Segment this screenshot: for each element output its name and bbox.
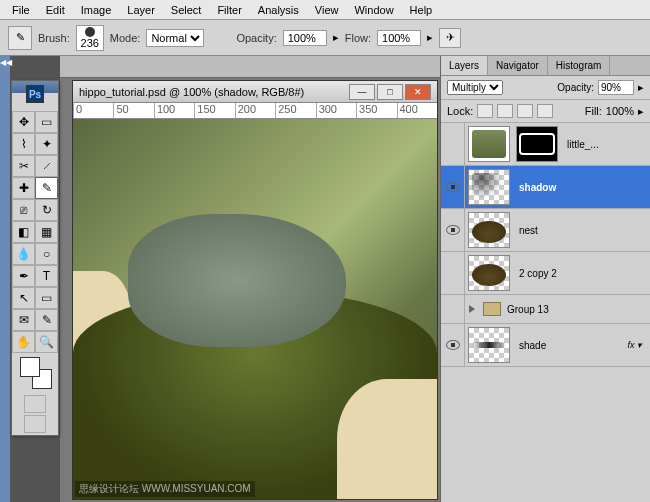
folder-icon — [483, 302, 501, 316]
layer-thumb[interactable] — [468, 327, 510, 363]
brush-label: Brush: — [38, 32, 70, 44]
lasso-tool[interactable]: ⌇ — [12, 133, 35, 155]
document-title: hippo_tutorial.psd @ 100% (shadow, RGB/8… — [79, 86, 304, 98]
fill-chevron-icon[interactable]: ▸ — [638, 105, 644, 118]
fill-input[interactable]: 100% — [606, 105, 634, 117]
document-tabstrip — [60, 56, 440, 78]
brush-tool[interactable]: ✎ — [35, 177, 58, 199]
fx-badge[interactable]: fx ▾ — [627, 340, 650, 350]
layer-row[interactable]: 2 copy 2 — [441, 252, 650, 295]
layer-thumb[interactable] — [468, 255, 510, 291]
tab-layers[interactable]: Layers — [441, 56, 488, 75]
tab-histogram[interactable]: Histogram — [548, 56, 611, 75]
tool-preset-icon[interactable]: ✎ — [8, 26, 32, 50]
zoom-tool[interactable]: 🔍 — [35, 331, 58, 353]
layer-group-row[interactable]: Group 13 — [441, 295, 650, 324]
eyedropper-tool[interactable]: ✎ — [35, 309, 58, 331]
maximize-button[interactable]: □ — [377, 84, 403, 100]
screenmode-toggle[interactable] — [24, 415, 46, 433]
layer-thumb[interactable] — [468, 212, 510, 248]
layer-thumb[interactable] — [468, 126, 510, 162]
move-tool[interactable]: ✥ — [12, 111, 35, 133]
menu-help[interactable]: Help — [402, 2, 441, 18]
blend-mode-select[interactable]: Multiply — [447, 80, 503, 95]
blur-tool[interactable]: 💧 — [12, 243, 35, 265]
menu-window[interactable]: Window — [346, 2, 401, 18]
lock-pixels-icon[interactable] — [497, 104, 513, 118]
airbrush-icon[interactable]: ✈ — [439, 28, 461, 48]
menu-select[interactable]: Select — [163, 2, 210, 18]
menu-edit[interactable]: Edit — [38, 2, 73, 18]
layer-name[interactable]: nest — [513, 225, 650, 236]
type-tool[interactable]: T — [35, 265, 58, 287]
eye-icon — [446, 182, 460, 192]
history-brush-tool[interactable]: ↻ — [35, 199, 58, 221]
eraser-tool[interactable]: ◧ — [12, 221, 35, 243]
menu-view[interactable]: View — [307, 2, 347, 18]
layer-name[interactable]: shade — [513, 340, 627, 351]
heal-tool[interactable]: ✚ — [12, 177, 35, 199]
visibility-toggle[interactable] — [441, 252, 465, 294]
foreground-color[interactable] — [20, 357, 40, 377]
mode-label: Mode: — [110, 32, 141, 44]
layer-row[interactable]: shade fx ▾ — [441, 324, 650, 367]
layer-mask[interactable] — [516, 126, 558, 162]
crop-tool[interactable]: ✂ — [12, 155, 35, 177]
canvas[interactable]: 思缘设计论坛 WWW.MISSYUAN.COM — [73, 119, 437, 499]
panel-opacity-input[interactable]: 90% — [598, 80, 634, 95]
lock-label: Lock: — [447, 105, 473, 117]
menu-analysis[interactable]: Analysis — [250, 2, 307, 18]
close-button[interactable]: ✕ — [405, 84, 431, 100]
flow-input[interactable]: 100% — [377, 30, 421, 46]
stamp-tool[interactable]: ⎚ — [12, 199, 35, 221]
opacity-input[interactable]: 100% — [283, 30, 327, 46]
group-expand-icon[interactable] — [469, 305, 475, 313]
notes-tool[interactable]: ✉ — [12, 309, 35, 331]
opacity-arrow-icon[interactable]: ▸ — [333, 31, 339, 44]
layer-row[interactable]: little_... — [441, 123, 650, 166]
visibility-toggle[interactable] — [441, 324, 465, 366]
opacity-chevron-icon[interactable]: ▸ — [638, 81, 644, 94]
layer-row[interactable]: nest — [441, 209, 650, 252]
quickmask-toggle[interactable] — [24, 395, 46, 413]
menu-layer[interactable]: Layer — [119, 2, 163, 18]
hand-tool[interactable]: ✋ — [12, 331, 35, 353]
layer-row[interactable]: shadow — [441, 166, 650, 209]
flow-label: Flow: — [345, 32, 371, 44]
tab-navigator[interactable]: Navigator — [488, 56, 548, 75]
lock-transparency-icon[interactable] — [477, 104, 493, 118]
left-dock-strip[interactable]: ◀◀ — [0, 56, 10, 502]
color-swatches[interactable] — [20, 357, 52, 389]
lock-position-icon[interactable] — [517, 104, 533, 118]
menu-file[interactable]: File — [4, 2, 38, 18]
panel-opacity-label: Opacity: — [557, 82, 594, 93]
panel-tabs: Layers Navigator Histogram — [441, 56, 650, 76]
layer-thumb[interactable] — [468, 169, 510, 205]
layer-name[interactable]: shadow — [513, 182, 650, 193]
layer-name[interactable]: little_... — [561, 139, 650, 150]
lock-all-icon[interactable] — [537, 104, 553, 118]
shape-tool[interactable]: ▭ — [35, 287, 58, 309]
layer-name[interactable]: 2 copy 2 — [513, 268, 650, 279]
visibility-toggle[interactable] — [441, 166, 465, 208]
menu-image[interactable]: Image — [73, 2, 120, 18]
toolbox-header[interactable]: Ps — [12, 81, 58, 93]
visibility-toggle[interactable] — [441, 123, 465, 165]
marquee-tool[interactable]: ▭ — [35, 111, 58, 133]
visibility-toggle[interactable] — [441, 209, 465, 251]
mode-select[interactable]: Normal — [146, 29, 204, 47]
pen-tool[interactable]: ✒ — [12, 265, 35, 287]
menu-filter[interactable]: Filter — [209, 2, 249, 18]
flow-arrow-icon[interactable]: ▸ — [427, 31, 433, 44]
wand-tool[interactable]: ✦ — [35, 133, 58, 155]
path-tool[interactable]: ↖ — [12, 287, 35, 309]
brush-preset-picker[interactable]: 236 — [76, 25, 104, 51]
minimize-button[interactable]: — — [349, 84, 375, 100]
gradient-tool[interactable]: ▦ — [35, 221, 58, 243]
visibility-toggle[interactable] — [441, 295, 465, 323]
dodge-tool[interactable]: ○ — [35, 243, 58, 265]
layer-name[interactable]: Group 13 — [501, 304, 650, 315]
toolbox: Ps ✥ ▭ ⌇ ✦ ✂ ⟋ ✚ ✎ ⎚ ↻ ◧ ▦ 💧 ○ ✒ T ↖ ▭ ✉… — [11, 80, 59, 436]
document-titlebar[interactable]: hippo_tutorial.psd @ 100% (shadow, RGB/8… — [73, 81, 437, 103]
slice-tool[interactable]: ⟋ — [35, 155, 58, 177]
